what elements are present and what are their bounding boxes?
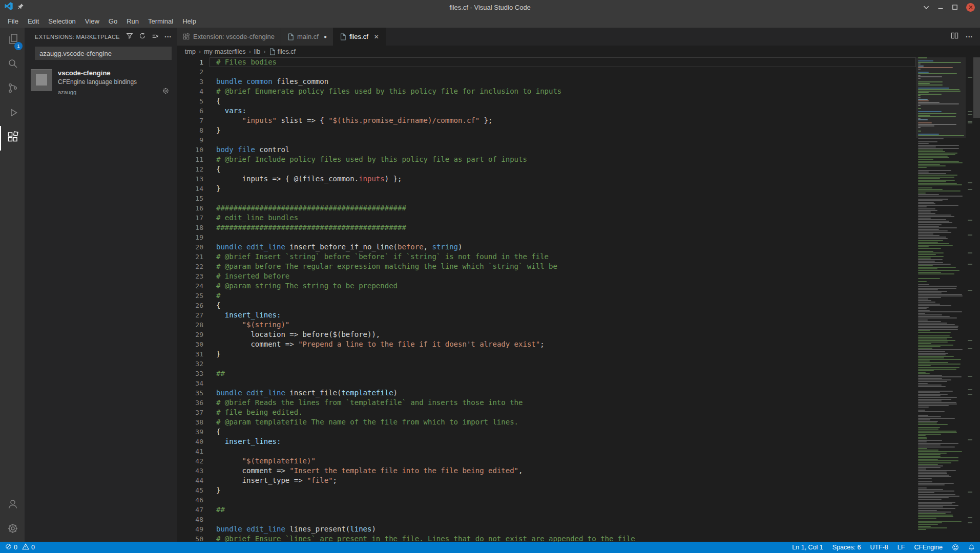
code-line[interactable]: 16######################################… <box>177 203 916 213</box>
minimize-button[interactable] <box>937 4 944 10</box>
code-line[interactable]: 26{ <box>177 301 916 310</box>
activity-item-accounts[interactable] <box>0 493 25 517</box>
extensions-search-input[interactable] <box>35 47 172 60</box>
code-line[interactable]: 8} <box>177 125 916 135</box>
code-line[interactable]: 28 "$(string)" <box>177 320 916 330</box>
tab-files-cf[interactable]: files.cf✕ <box>333 28 386 46</box>
close-tab-icon[interactable]: ✕ <box>374 33 379 40</box>
menu-item-terminal[interactable]: Terminal <box>143 16 178 26</box>
menu-item-go[interactable]: Go <box>104 16 122 26</box>
activity-item-source-control[interactable] <box>0 77 25 101</box>
code-line[interactable]: 19 <box>177 232 916 242</box>
code-line[interactable]: 38# @param templatefile The name of the … <box>177 417 916 427</box>
activity-item-run-debug[interactable] <box>0 101 25 126</box>
menu-item-view[interactable]: View <box>80 16 104 26</box>
code-line[interactable]: 2 <box>177 67 916 77</box>
code-line[interactable]: 46 <box>177 495 916 505</box>
code-line[interactable]: 47## <box>177 505 916 515</box>
feedback-smiley-icon[interactable] <box>952 544 959 551</box>
code-line[interactable]: 36# @brief Reads the lines from `templat… <box>177 398 916 408</box>
code-line[interactable]: 20bundle edit_line insert_before_if_no_l… <box>177 242 916 252</box>
scrollbar-thumb[interactable] <box>973 57 980 118</box>
bell-icon[interactable] <box>968 544 975 551</box>
more-actions-icon[interactable]: ··· <box>966 33 973 41</box>
code-line[interactable]: 4# @brief Enumerate policy files used by… <box>177 87 916 96</box>
code-line[interactable]: 45} <box>177 485 916 495</box>
code-line[interactable]: 35bundle edit_line insert_file(templatef… <box>177 388 916 398</box>
menu-item-run[interactable]: Run <box>122 16 143 26</box>
extension-manage-gear-icon[interactable] <box>162 87 170 97</box>
activity-item-search[interactable] <box>0 52 25 77</box>
breadcrumb-item-lib[interactable]: lib <box>254 48 261 55</box>
close-window-button[interactable] <box>966 3 975 12</box>
minimap-line <box>918 359 961 360</box>
filter-icon[interactable] <box>126 32 133 41</box>
code-line[interactable]: 50# @brief Ensure `lines` are present in… <box>177 534 916 542</box>
code-line[interactable]: 25# <box>177 291 916 301</box>
minimap-line <box>918 138 944 139</box>
code-line[interactable]: 43 comment => "Insert the template file … <box>177 466 916 476</box>
code-line[interactable]: 15 <box>177 194 916 203</box>
breadcrumb-file[interactable]: files.cf <box>269 48 296 55</box>
tab-extension-vscode-cfengine[interactable]: Extension: vscode-cfengine <box>177 28 281 46</box>
activity-item-extensions[interactable] <box>0 126 25 151</box>
clear-search-icon[interactable] <box>152 32 159 41</box>
maximize-button[interactable] <box>952 4 958 10</box>
refresh-icon[interactable] <box>139 32 146 41</box>
activity-item-settings[interactable] <box>0 517 25 542</box>
breadcrumb-item-my-masterfiles[interactable]: my-masterfiles <box>204 48 245 55</box>
code-line[interactable]: 14} <box>177 184 916 194</box>
tab-main-cf[interactable]: main.cf● <box>281 28 333 46</box>
code-line[interactable]: 17# edit_line bundles <box>177 213 916 223</box>
code-line[interactable]: 18######################################… <box>177 223 916 232</box>
code-line[interactable]: 21# @brief Insert `string` before `befor… <box>177 252 916 262</box>
code-line[interactable]: 37# file being edited. <box>177 408 916 417</box>
code-line[interactable]: 11# @brief Include policy files used by … <box>177 155 916 164</box>
encoding-indicator[interactable]: UTF-8 <box>870 544 888 551</box>
code-line[interactable]: 9 <box>177 135 916 145</box>
code-line[interactable]: 10body file control <box>177 145 916 155</box>
code-line[interactable]: 44 insert_type => "file"; <box>177 476 916 485</box>
code-line[interactable]: 31} <box>177 349 916 359</box>
code-line[interactable]: 12{ <box>177 164 916 174</box>
extension-list-item[interactable]: vscode-cfengine CFEngine language bindin… <box>25 65 177 101</box>
code-line[interactable]: 3bundle common files_common <box>177 77 916 87</box>
more-actions-icon[interactable]: ··· <box>164 35 172 39</box>
indentation-indicator[interactable]: Spaces: 6 <box>832 544 861 551</box>
code-line[interactable]: 49bundle edit_line lines_present(lines) <box>177 524 916 534</box>
code-line[interactable]: 23# inserted before <box>177 271 916 281</box>
menu-item-edit[interactable]: Edit <box>23 16 44 26</box>
code-line[interactable]: 40 insert_lines: <box>177 437 916 446</box>
code-line[interactable]: 34 <box>177 378 916 388</box>
problems-indicator[interactable]: 0 0 <box>5 543 35 551</box>
code-line[interactable]: 1# Files bodies <box>177 57 916 67</box>
menu-item-file[interactable]: File <box>3 16 23 26</box>
breadcrumb-item-tmp[interactable]: tmp <box>185 48 196 55</box>
code-line[interactable]: 27 insert_lines: <box>177 310 916 320</box>
activity-item-explorer[interactable]: 1 <box>0 28 25 52</box>
minimap[interactable] <box>916 57 966 542</box>
code-line[interactable]: 29 location => before($(before)), <box>177 330 916 339</box>
split-editor-icon[interactable] <box>951 32 958 41</box>
code-editor[interactable]: 1# Files bodies23bundle common files_com… <box>177 57 980 542</box>
code-line[interactable]: 32 <box>177 359 916 369</box>
code-line[interactable]: 41 <box>177 446 916 456</box>
code-line[interactable]: 30 comment => "Prepend a line to the fil… <box>177 339 916 349</box>
code-line[interactable]: 42 "$(templatefile)" <box>177 456 916 466</box>
code-line[interactable]: 7 "inputs" slist => { "$(this.promise_di… <box>177 116 916 125</box>
code-line[interactable]: 6 vars: <box>177 106 916 116</box>
language-mode[interactable]: CFEngine <box>914 544 943 551</box>
code-line[interactable]: 24# @param string The string to be prepe… <box>177 281 916 291</box>
code-line[interactable]: 39{ <box>177 427 916 437</box>
code-line[interactable]: 5{ <box>177 96 916 106</box>
chevron-down-icon[interactable] <box>923 5 929 10</box>
pin-icon[interactable] <box>17 3 24 12</box>
menu-item-selection[interactable]: Selection <box>44 16 80 26</box>
cursor-position[interactable]: Ln 1, Col 1 <box>792 544 823 551</box>
menu-item-help[interactable]: Help <box>178 16 201 26</box>
eol-indicator[interactable]: LF <box>898 544 905 551</box>
code-line[interactable]: 48 <box>177 515 916 524</box>
code-line[interactable]: 13 inputs => { @(files_common.inputs) }; <box>177 174 916 184</box>
code-line[interactable]: 22# @param before The regular expression… <box>177 262 916 271</box>
code-line[interactable]: 33## <box>177 369 916 378</box>
